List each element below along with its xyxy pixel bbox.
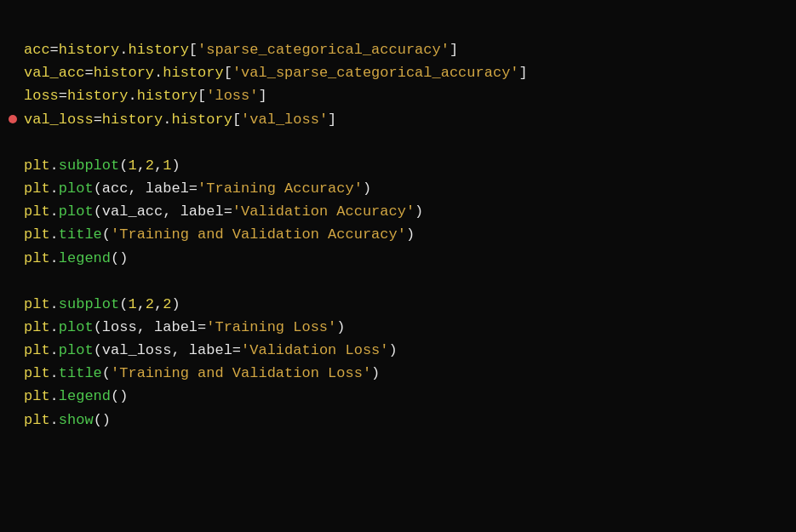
code-token: 'val_sparse_categorical_accuracy' <box>232 61 519 84</box>
code-token: 'Training and Validation Accuracy' <box>111 223 406 246</box>
code-token: history <box>137 84 198 107</box>
code-token: plt <box>24 223 50 246</box>
code-token: . <box>163 108 171 131</box>
code-token: ) <box>415 200 423 223</box>
code-token: (val_loss, label= <box>94 339 241 362</box>
code-token: legend <box>59 385 111 408</box>
code-token: 1 <box>163 154 171 177</box>
code-token: . <box>50 409 59 432</box>
code-token: () <box>94 409 111 432</box>
code-token: ) <box>171 154 180 177</box>
code-token: , <box>154 154 163 177</box>
code-token: show <box>59 409 94 432</box>
code-token: 'loss' <box>206 84 258 107</box>
line1: acc = history.history['sparse_categorica… <box>0 38 796 61</box>
code-token: ) <box>336 316 345 339</box>
line6: plt.plot(acc, label='Training Accuracy') <box>0 177 796 200</box>
code-token: () <box>111 247 128 270</box>
code-token: ) <box>371 362 380 385</box>
code-token: subplot <box>59 293 119 316</box>
code-token: title <box>59 223 102 246</box>
code-token: , <box>154 293 163 316</box>
code-token: ( <box>119 154 128 177</box>
code-token: . <box>50 293 59 316</box>
code-token: ( <box>102 362 111 385</box>
line8: plt.title('Training and Validation Accur… <box>0 223 796 246</box>
code-token: . <box>50 200 59 223</box>
code-token: [ <box>224 61 232 84</box>
code-token: 'Validation Loss' <box>241 339 388 362</box>
line9: plt.legend() <box>0 247 796 270</box>
line12: plt.plot(val_loss, label='Validation Los… <box>0 339 796 362</box>
code-token: 'Training Accuracy' <box>198 177 363 200</box>
code-token: . <box>50 154 59 177</box>
code-token: ( <box>119 293 128 316</box>
code-token: history <box>94 61 154 84</box>
code-token: = <box>94 108 102 131</box>
line4: val_loss = history.history['val_loss'] <box>0 108 796 131</box>
code-token: plt <box>24 200 50 223</box>
code-token: plt <box>24 316 50 339</box>
code-token: history <box>171 108 232 131</box>
code-token: (val_acc, label= <box>94 200 232 223</box>
code-token: plt <box>24 385 50 408</box>
code-token: . <box>128 84 136 107</box>
line3: loss = history.history['loss'] <box>0 84 796 107</box>
code-token: 2 <box>146 293 154 316</box>
code-token: (loss, label= <box>94 316 207 339</box>
code-token: 2 <box>163 293 171 316</box>
code-token: history <box>128 38 188 61</box>
code-token: val_acc <box>24 61 84 84</box>
code-token: . <box>50 316 59 339</box>
line11: plt.plot(loss, label='Training Loss') <box>0 316 796 339</box>
code-token: loss <box>24 84 59 107</box>
code-token: subplot <box>59 154 119 177</box>
code-token: . <box>50 247 59 270</box>
code-token: . <box>50 177 59 200</box>
code-token: 'Training Loss' <box>206 316 336 339</box>
code-editor: acc = history.history['sparse_categorica… <box>0 0 796 532</box>
code-token: 'val_loss' <box>241 108 328 131</box>
code-token: [ <box>198 84 206 107</box>
code-token: plt <box>24 247 50 270</box>
comment-line <box>0 15 796 38</box>
code-token: title <box>59 362 102 385</box>
code-token: plt <box>24 154 50 177</box>
code-token: 1 <box>128 154 136 177</box>
empty-line <box>0 131 796 154</box>
code-token: plt <box>24 293 50 316</box>
code-token: ] <box>519 61 528 84</box>
line10: plt.subplot(1, 2, 2) <box>0 293 796 316</box>
code-token: plot <box>59 316 94 339</box>
code-token: 2 <box>146 154 154 177</box>
code-token: [ <box>189 38 198 61</box>
code-token: val_loss <box>24 108 94 131</box>
code-token: ] <box>258 84 266 107</box>
code-token: history <box>67 84 128 107</box>
code-token: ) <box>406 223 415 246</box>
line2: val_acc = history.history['val_sparse_ca… <box>0 61 796 84</box>
code-token: acc <box>24 38 50 61</box>
code-token: . <box>50 339 59 362</box>
code-token: history <box>59 38 119 61</box>
code-token: ) <box>389 339 398 362</box>
code-token: plt <box>24 177 50 200</box>
code-token: (acc, label= <box>94 177 198 200</box>
code-token: () <box>111 385 128 408</box>
code-token: , <box>137 293 146 316</box>
code-token: history <box>163 61 223 84</box>
line14: plt.legend() <box>0 385 796 408</box>
line7: plt.plot(val_acc, label='Validation Accu… <box>0 200 796 223</box>
code-token: ) <box>171 293 180 316</box>
code-token: ( <box>102 223 111 246</box>
code-token: . <box>50 385 59 408</box>
code-token: . <box>119 38 128 61</box>
code-token: plt <box>24 409 50 432</box>
code-token: [ <box>232 108 241 131</box>
code-token: . <box>50 223 59 246</box>
code-token: . <box>154 61 163 84</box>
code-token: history <box>102 108 163 131</box>
code-token: plot <box>59 200 94 223</box>
code-token: plt <box>24 362 50 385</box>
code-token: ) <box>363 177 371 200</box>
